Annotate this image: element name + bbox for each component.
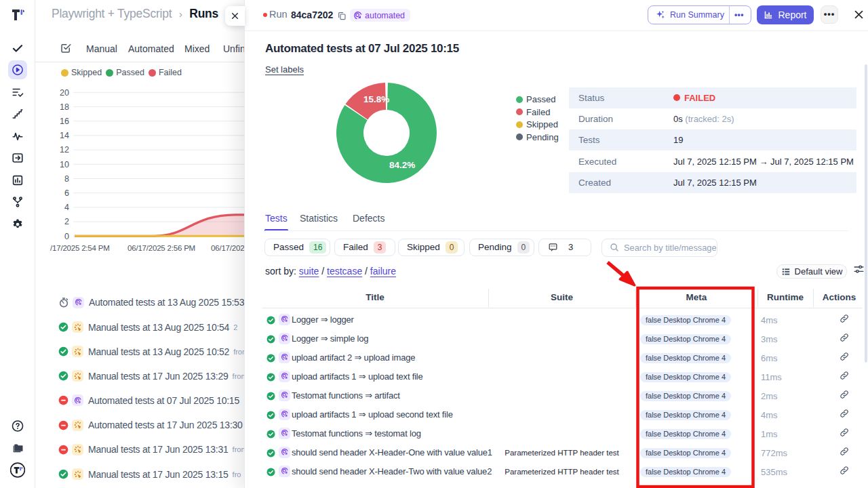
svg-text:8: 8 bbox=[64, 174, 69, 184]
svg-text:15.8%: 15.8% bbox=[363, 94, 389, 104]
svg-text:6: 6 bbox=[64, 188, 69, 198]
svg-text:18: 18 bbox=[60, 102, 69, 112]
svg-text:16: 16 bbox=[60, 117, 69, 126]
svg-text:20: 20 bbox=[60, 88, 69, 98]
svg-text:84.2%: 84.2% bbox=[389, 160, 415, 170]
svg-text:06/17/2025: 06/17/2025 bbox=[211, 244, 249, 252]
svg-text:4: 4 bbox=[64, 203, 69, 212]
svg-text:10: 10 bbox=[60, 160, 69, 169]
svg-text:/17/2025 2:54 PM: /17/2025 2:54 PM bbox=[50, 244, 110, 252]
svg-text:12: 12 bbox=[60, 145, 69, 155]
svg-text:2: 2 bbox=[64, 217, 69, 226]
svg-text:14: 14 bbox=[60, 131, 69, 140]
svg-text:0: 0 bbox=[64, 232, 69, 241]
svg-text:06/17/2025 2:56 PM: 06/17/2025 2:56 PM bbox=[127, 244, 195, 252]
